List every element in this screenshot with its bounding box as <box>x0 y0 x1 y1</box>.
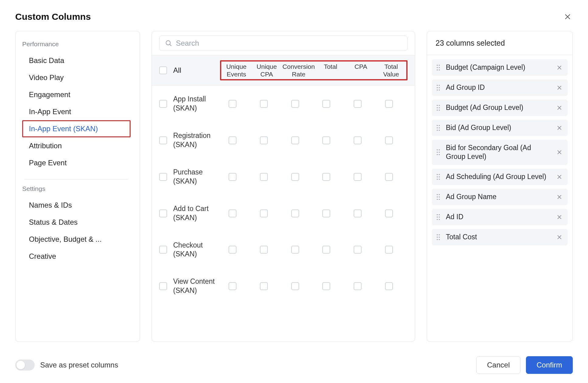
selected-column-label: Budget (Ad Group Level) <box>446 103 551 112</box>
drag-handle-icon[interactable] <box>436 125 441 131</box>
svg-point-12 <box>439 90 440 91</box>
metric-cell <box>282 173 314 181</box>
remove-column-button[interactable] <box>555 64 563 72</box>
metric-checkbox[interactable] <box>385 282 393 290</box>
metric-cell <box>251 246 283 254</box>
metric-checkbox[interactable] <box>354 246 362 254</box>
metric-checkbox[interactable] <box>354 173 362 181</box>
metric-checkbox[interactable] <box>229 209 236 217</box>
metric-checkbox[interactable] <box>229 136 236 144</box>
metric-checkbox[interactable] <box>322 209 330 217</box>
sidebar-item[interactable]: In-App Event (SKAN) <box>22 120 131 137</box>
sidebar-scroll[interactable]: PerformanceBasic DataVideo PlayEngagemen… <box>16 31 140 341</box>
metric-checkbox[interactable] <box>291 173 299 181</box>
metric-checkbox[interactable] <box>385 173 393 181</box>
event-row-checkbox[interactable] <box>159 136 167 144</box>
metric-checkbox[interactable] <box>291 136 299 144</box>
event-row-checkbox[interactable] <box>159 100 167 108</box>
drag-handle-icon[interactable] <box>436 149 441 156</box>
remove-column-button[interactable] <box>555 84 563 92</box>
selected-column-item[interactable]: Ad ID <box>432 209 568 225</box>
preset-toggle[interactable] <box>15 360 35 371</box>
metric-cell <box>220 173 251 181</box>
select-all-checkbox[interactable] <box>159 66 167 74</box>
remove-column-button[interactable] <box>555 193 563 201</box>
remove-column-button[interactable] <box>555 233 563 241</box>
drag-handle-icon[interactable] <box>436 64 441 71</box>
metric-cell <box>376 100 408 108</box>
sidebar-item[interactable]: Page Event <box>22 154 131 171</box>
svg-point-0 <box>166 41 170 45</box>
cancel-button[interactable]: Cancel <box>476 356 520 374</box>
metric-checkbox[interactable] <box>354 282 362 290</box>
metric-checkbox[interactable] <box>385 209 393 217</box>
selected-column-item[interactable]: Ad Scheduling (Ad Group Level) <box>432 169 568 185</box>
metric-checkbox[interactable] <box>229 100 236 108</box>
event-row-checkbox[interactable] <box>159 282 167 290</box>
sidebar-item[interactable]: Basic Data <box>22 52 131 69</box>
sidebar-item[interactable]: Creative <box>22 248 131 265</box>
metric-checkbox[interactable] <box>354 209 362 217</box>
drag-handle-icon[interactable] <box>436 104 441 111</box>
sidebar-item[interactable]: Objective, Budget & ... <box>22 231 131 248</box>
selected-column-item[interactable]: Budget (Ad Group Level) <box>432 100 568 116</box>
sidebar-item[interactable]: In-App Event <box>22 103 131 120</box>
event-row-checkbox[interactable] <box>159 246 167 254</box>
metric-checkbox[interactable] <box>291 246 299 254</box>
event-row-checkbox[interactable] <box>159 173 167 181</box>
metric-checkbox[interactable] <box>260 173 268 181</box>
metric-checkbox[interactable] <box>322 282 330 290</box>
sidebar-item[interactable]: Status & Dates <box>22 214 131 231</box>
metric-checkbox[interactable] <box>322 100 330 108</box>
selected-column-item[interactable]: Ad Group ID <box>432 79 568 96</box>
remove-column-button[interactable] <box>555 104 563 112</box>
remove-column-button[interactable] <box>555 213 563 221</box>
drag-handle-icon[interactable] <box>436 174 441 180</box>
drag-handle-icon[interactable] <box>436 234 441 241</box>
metric-checkbox[interactable] <box>291 282 299 290</box>
search-input[interactable] <box>176 39 402 47</box>
drag-handle-icon[interactable] <box>436 214 441 220</box>
selected-column-item[interactable]: Bid for Secondary Goal (Ad Group Level) <box>432 140 568 165</box>
drag-handle-icon[interactable] <box>436 84 441 91</box>
metric-checkbox[interactable] <box>260 282 268 290</box>
metric-checkbox[interactable] <box>385 136 393 144</box>
sidebar-item[interactable]: Engagement <box>22 86 131 103</box>
event-list[interactable]: App Install (SKAN)Registration (SKAN)Pur… <box>152 86 415 341</box>
drag-handle-icon[interactable] <box>436 194 441 200</box>
metric-checkbox[interactable] <box>322 246 330 254</box>
remove-column-button[interactable] <box>555 173 563 181</box>
metric-checkbox[interactable] <box>260 246 268 254</box>
metric-checkbox[interactable] <box>291 209 299 217</box>
selected-column-item[interactable]: Ad Group Name <box>432 189 568 205</box>
close-button[interactable] <box>562 12 573 22</box>
metric-checkbox[interactable] <box>260 209 268 217</box>
event-row-checkbox[interactable] <box>159 209 167 217</box>
metric-checkbox[interactable] <box>229 173 236 181</box>
metric-checkbox[interactable] <box>291 100 299 108</box>
metric-checkbox[interactable] <box>260 100 268 108</box>
confirm-button[interactable]: Confirm <box>526 356 573 374</box>
metric-checkbox[interactable] <box>354 100 362 108</box>
metric-checkbox[interactable] <box>385 246 393 254</box>
sidebar-item[interactable]: Attribution <box>22 137 131 154</box>
selected-column-item[interactable]: Bid (Ad Group Level) <box>432 120 568 136</box>
metric-checkbox[interactable] <box>354 136 362 144</box>
remove-column-button[interactable] <box>555 148 563 156</box>
sidebar-item[interactable]: Video Play <box>22 69 131 86</box>
selected-column-item[interactable]: Total Cost <box>432 229 568 245</box>
metric-checkbox[interactable] <box>322 173 330 181</box>
svg-point-2 <box>439 65 440 66</box>
metric-checkbox[interactable] <box>229 246 236 254</box>
metric-checkbox[interactable] <box>229 282 236 290</box>
metric-checkbox[interactable] <box>385 100 393 108</box>
selected-column-item[interactable]: Budget (Campaign Level) <box>432 59 568 76</box>
remove-column-button[interactable] <box>555 124 563 132</box>
metric-checkbox[interactable] <box>322 136 330 144</box>
metric-cell <box>251 282 283 290</box>
svg-point-14 <box>439 105 440 106</box>
search-box[interactable] <box>159 36 408 51</box>
sidebar-item[interactable]: Names & IDs <box>22 197 131 214</box>
selected-list[interactable]: Budget (Campaign Level)Ad Group IDBudget… <box>427 55 572 341</box>
metric-checkbox[interactable] <box>260 136 268 144</box>
